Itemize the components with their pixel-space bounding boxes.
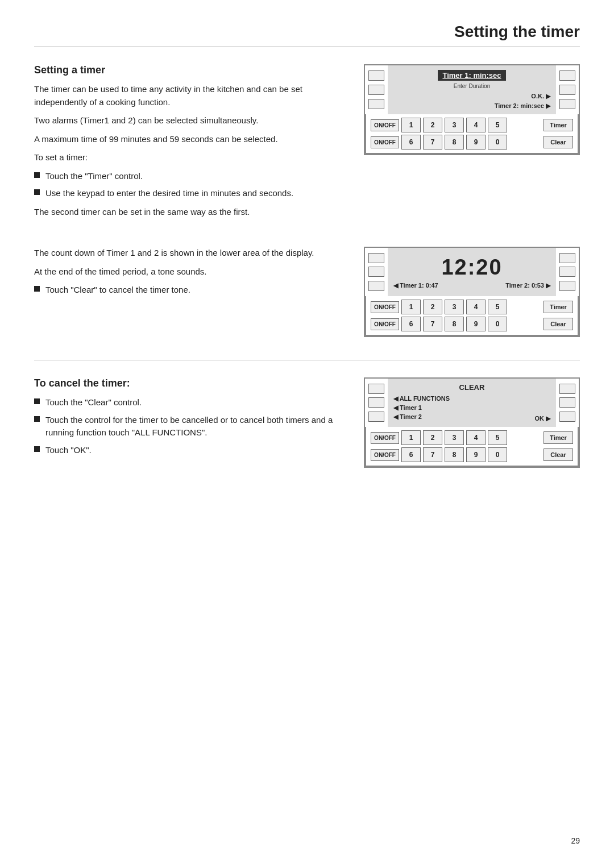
left-btn-7: [368, 384, 384, 394]
onoff-key-6[interactable]: ON/OFF: [371, 449, 399, 461]
timer1-minsec: min:sec: [473, 71, 501, 80]
device-frame-1: Timer 1: min:sec Enter Duration O.K. ▶ T…: [364, 64, 580, 155]
key2-6[interactable]: 6: [401, 317, 421, 331]
onoff-key-1[interactable]: ON/OFF: [371, 119, 399, 131]
clear-key-1[interactable]: Clear: [544, 136, 573, 148]
key3-7[interactable]: 7: [423, 447, 442, 462]
section-separator: [34, 360, 580, 360]
timer1-title: Timer 1: min:sec: [438, 70, 505, 81]
section1-para5: The second timer can be set in the same …: [34, 206, 347, 219]
left-btn-5: [368, 267, 384, 277]
right-btn-6: [559, 281, 575, 291]
section3-bullet1-text: Touch the "Clear" control.: [45, 396, 142, 409]
left-btn-4: [368, 253, 384, 263]
section3-heading: To cancel the timer:: [34, 377, 347, 389]
section3-bullet3: Touch "OK".: [34, 444, 347, 457]
key3-4[interactable]: 4: [466, 430, 486, 445]
key2-9[interactable]: 9: [466, 317, 486, 331]
keypad-3: ON/OFF 1 2 3 4 5 Timer ON/OFF 6 7 8 9 0 …: [365, 427, 579, 467]
right-btn-3: [559, 99, 575, 109]
timer-key-1[interactable]: Timer: [544, 119, 573, 131]
key2-8[interactable]: 8: [445, 317, 464, 331]
clear-ok: OK ▶: [534, 415, 550, 422]
section2-text: The count down of Timer 1 and 2 is shown…: [34, 247, 347, 301]
section1-heading: Setting a timer: [34, 64, 347, 76]
left-btn-8: [368, 397, 384, 408]
section1-text: Setting a timer The timer can be used to…: [34, 64, 347, 224]
key2-3[interactable]: 3: [445, 300, 464, 314]
right-btn-9: [559, 412, 575, 422]
key3-9[interactable]: 9: [466, 447, 486, 462]
left-btn-2: [368, 85, 384, 95]
key-7[interactable]: 7: [423, 135, 442, 149]
right-side-buttons-1: [556, 65, 579, 114]
section-cancel-timer: To cancel the timer: Touch the "Clear" c…: [34, 377, 580, 468]
countdown-time: 12:20: [393, 255, 550, 280]
key3-2[interactable]: 2: [423, 430, 442, 445]
onoff-key-4[interactable]: ON/OFF: [371, 318, 399, 330]
timer-key-2[interactable]: Timer: [544, 301, 573, 313]
bullet-icon: [34, 286, 40, 292]
key-3[interactable]: 3: [445, 118, 464, 132]
section1-para2: Two alarms (Timer1 and 2) can be selecte…: [34, 114, 347, 127]
device-frame-3: CLEAR ◀ ALL FUNCTIONS ◀ Timer 1 ◀ Timer …: [364, 377, 580, 468]
bullet-icon: [34, 172, 40, 178]
right-btn-5: [559, 267, 575, 277]
clear-key-3[interactable]: Clear: [544, 448, 573, 461]
section1-para4: To set a timer:: [34, 151, 347, 164]
screen2: 12:20 ◀ Timer 1: 0:47 Timer 2: 0:53 ▶: [388, 248, 556, 296]
keypad-2: ON/OFF 1 2 3 4 5 Timer ON/OFF 6 7 8 9 0 …: [365, 296, 579, 336]
left-btn-3: [368, 99, 384, 109]
left-btn-6: [368, 281, 384, 291]
onoff-key-2[interactable]: ON/OFF: [371, 136, 399, 148]
keypad-row1: ON/OFF 1 2 3 4 5 Timer: [371, 118, 573, 132]
key3-0[interactable]: 0: [488, 447, 507, 462]
key-2[interactable]: 2: [423, 118, 442, 132]
section1-bullet2: Use the keypad to enter the desired time…: [34, 187, 347, 200]
page-title: Setting the timer: [34, 23, 580, 47]
right-btn-4: [559, 253, 575, 263]
key3-5[interactable]: 5: [488, 430, 507, 445]
timer1-label: Timer 1:: [442, 71, 473, 80]
key2-5[interactable]: 5: [488, 300, 507, 314]
key-0[interactable]: 0: [488, 135, 507, 149]
key2-1[interactable]: 1: [401, 300, 421, 314]
section3-bullet2-text: Touch the control for the timer to be ca…: [45, 414, 347, 439]
key-6[interactable]: 6: [401, 135, 421, 149]
enter-duration-label: Enter Duration: [393, 83, 550, 89]
clear-key-2[interactable]: Clear: [544, 318, 573, 330]
key-9[interactable]: 9: [466, 135, 486, 149]
keypad2-row1: ON/OFF 1 2 3 4 5 Timer: [371, 300, 573, 314]
key-1[interactable]: 1: [401, 118, 421, 132]
section2-para1: The count down of Timer 1 and 2 is shown…: [34, 247, 347, 260]
section1-para3: A maximum time of 99 minutes and 59 seco…: [34, 133, 347, 146]
bullet-icon: [34, 398, 40, 404]
onoff-key-5[interactable]: ON/OFF: [371, 432, 399, 444]
section3-bullet3-text: Touch "OK".: [45, 444, 92, 457]
right-btn-8: [559, 397, 575, 408]
screen1: Timer 1: min:sec Enter Duration O.K. ▶ T…: [388, 65, 556, 114]
key3-3[interactable]: 3: [445, 430, 464, 445]
page-number: 29: [571, 836, 580, 845]
key-4[interactable]: 4: [466, 118, 486, 132]
key-8[interactable]: 8: [445, 135, 464, 149]
timer2-countdown: Timer 2: 0:53 ▶: [505, 282, 550, 289]
key2-4[interactable]: 4: [466, 300, 486, 314]
key3-1[interactable]: 1: [401, 430, 421, 445]
clear-all-functions: ◀ ALL FUNCTIONS: [393, 395, 550, 402]
key-5[interactable]: 5: [488, 118, 507, 132]
timer-bottom: ◀ Timer 1: 0:47 Timer 2: 0:53 ▶: [393, 282, 550, 289]
key2-2[interactable]: 2: [423, 300, 442, 314]
key2-0[interactable]: 0: [488, 317, 507, 331]
key3-6[interactable]: 6: [401, 447, 421, 462]
key2-7[interactable]: 7: [423, 317, 442, 331]
display2-diagram: 12:20 ◀ Timer 1: 0:47 Timer 2: 0:53 ▶ ON…: [364, 247, 580, 337]
bullet1-text: Touch the "Timer" control.: [45, 170, 143, 183]
timer-key-3[interactable]: Timer: [544, 431, 573, 444]
section1-bullet1: Touch the "Timer" control.: [34, 170, 347, 183]
clear-title: CLEAR: [393, 383, 550, 392]
key3-8[interactable]: 8: [445, 447, 464, 462]
bullet2-text: Use the keypad to enter the desired time…: [45, 187, 293, 200]
onoff-key-3[interactable]: ON/OFF: [371, 301, 399, 313]
left-side-buttons-1: [365, 65, 388, 114]
